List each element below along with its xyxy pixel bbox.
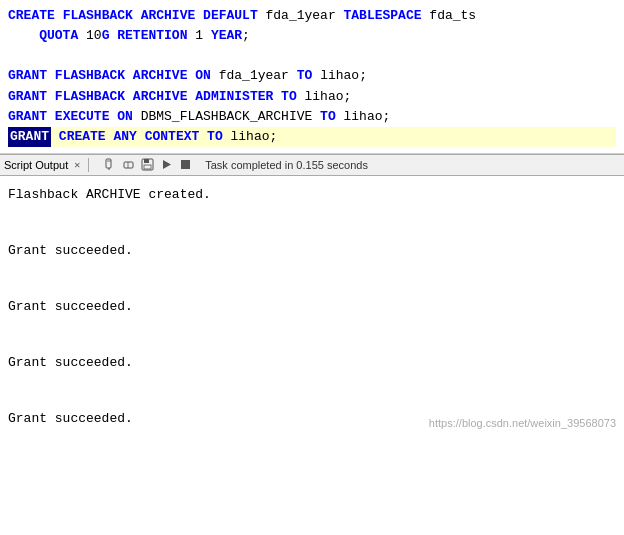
svg-marker-8 (163, 160, 171, 169)
code-editor: CREATE FLASHBACK ARCHIVE DEFAULT fda_1ye… (0, 0, 624, 154)
svg-rect-0 (106, 159, 111, 168)
save-icon[interactable] (139, 157, 155, 173)
token: TO (281, 87, 297, 107)
token: 1 (187, 26, 210, 46)
token: CONTEXT (145, 127, 200, 147)
output-line-3: Grant succeeded. (8, 296, 616, 318)
run-icon[interactable] (158, 157, 174, 173)
token (137, 127, 145, 147)
svg-rect-7 (144, 165, 151, 169)
code-line-7-highlighted: GRANT CREATE ANY CONTEXT TO lihao; (8, 127, 616, 147)
token: ARCHIVE (133, 66, 188, 86)
token: ON (117, 107, 133, 127)
svg-rect-9 (181, 160, 190, 169)
token (195, 6, 203, 26)
token: ARCHIVE (133, 87, 188, 107)
indent (8, 26, 39, 46)
token: CREATE (59, 127, 106, 147)
token: GRANT (8, 107, 47, 127)
token: DBMS_FLASHBACK_ARCHIVE (133, 107, 320, 127)
token: EXECUTE (55, 107, 110, 127)
eraser-icon[interactable] (120, 157, 136, 173)
token: G (102, 26, 110, 46)
token: ; (242, 26, 250, 46)
token: CREATE (8, 6, 55, 26)
output-spacer-1 (8, 208, 616, 224)
token: GRANT (8, 66, 47, 86)
token (109, 26, 117, 46)
token (187, 87, 195, 107)
token (47, 107, 55, 127)
output-line-1: Flashback ARCHIVE created. (8, 184, 616, 206)
token: YEAR (211, 26, 242, 46)
token: lihao; (312, 66, 367, 86)
output-spacer-7 (8, 376, 616, 392)
token (133, 6, 141, 26)
script-output-toolbar: Script Output ✕ (0, 154, 624, 176)
token (106, 127, 114, 147)
token: fda_1year (211, 66, 297, 86)
token: TO (297, 66, 313, 86)
token: lihao; (336, 107, 391, 127)
token: TO (207, 127, 223, 147)
token: lihao; (297, 87, 352, 107)
code-line-6: GRANT EXECUTE ON DBMS_FLASHBACK_ARCHIVE … (8, 107, 616, 127)
token: GRANT (8, 87, 47, 107)
pencil-icon[interactable] (101, 157, 117, 173)
token (51, 127, 59, 147)
code-line-2: QUOTA 10G RETENTION 1 YEAR; (8, 26, 616, 46)
token (199, 127, 207, 147)
code-line-blank (8, 46, 616, 66)
code-line-1: CREATE FLASHBACK ARCHIVE DEFAULT fda_1ye… (8, 6, 616, 26)
token (273, 87, 281, 107)
watermark-text: https://blog.csdn.net/weixin_39568073 (429, 414, 616, 433)
token (125, 87, 133, 107)
output-spacer-2 (8, 224, 616, 240)
token: ANY (113, 127, 136, 147)
stop-icon[interactable] (177, 157, 193, 173)
output-line-2: Grant succeeded. (8, 240, 616, 262)
output-spacer-5 (8, 320, 616, 336)
output-spacer-6 (8, 336, 616, 352)
token (125, 66, 133, 86)
code-line-5: GRANT FLASHBACK ARCHIVE ADMINISTER TO li… (8, 87, 616, 107)
token: lihao; (223, 127, 278, 147)
token: TABLESPACE (344, 6, 422, 26)
token: DEFAULT (203, 6, 258, 26)
token-grant-inverted: GRANT (8, 127, 51, 147)
output-spacer-8 (8, 392, 616, 408)
token (187, 66, 195, 86)
token (109, 107, 117, 127)
token: fda_1year (258, 6, 344, 26)
token: FLASHBACK (55, 87, 125, 107)
token (47, 87, 55, 107)
task-status-text: Task completed in 0.155 seconds (205, 159, 368, 171)
script-output-tab-label[interactable]: Script Output (4, 159, 68, 171)
toolbar-icons-group (101, 157, 193, 173)
script-output-area: Flashback ARCHIVE created. Grant succeed… (0, 176, 624, 440)
output-line-4: Grant succeeded. (8, 352, 616, 374)
token: ADMINISTER (195, 87, 273, 107)
token: 10 (78, 26, 101, 46)
token: FLASHBACK (55, 66, 125, 86)
token: RETENTION (117, 26, 187, 46)
output-spacer-3 (8, 264, 616, 280)
close-tab-button[interactable]: ✕ (74, 159, 80, 171)
output-spacer-4 (8, 280, 616, 296)
toolbar-divider (88, 158, 89, 172)
token: ARCHIVE (141, 6, 196, 26)
token: ON (195, 66, 211, 86)
token: TO (320, 107, 336, 127)
token (55, 6, 63, 26)
token: fda_ts (422, 6, 477, 26)
svg-rect-6 (144, 159, 149, 163)
token: FLASHBACK (63, 6, 133, 26)
code-line-4: GRANT FLASHBACK ARCHIVE ON fda_1year TO … (8, 66, 616, 86)
token: QUOTA (39, 26, 78, 46)
svg-rect-3 (124, 162, 133, 168)
token (47, 66, 55, 86)
